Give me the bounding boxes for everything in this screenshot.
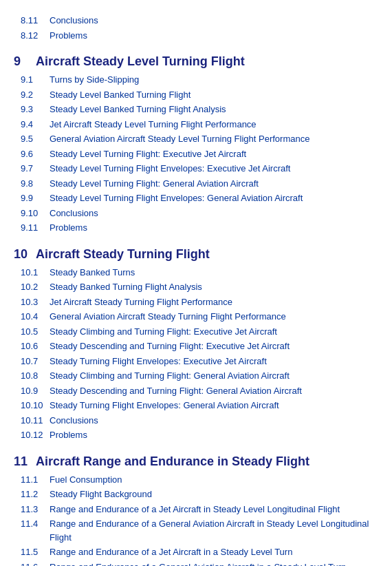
entry-num: 9.3 bbox=[21, 103, 47, 116]
entry-text: Problems bbox=[50, 221, 87, 235]
entry-text: Steady Level Banked Turning Flight bbox=[50, 88, 190, 102]
entry-text: Range and Endurance of a General Aviatio… bbox=[50, 517, 378, 544]
entry-text: Steady Climbing and Turning Flight: Gene… bbox=[50, 369, 290, 383]
toc-entry: 10.12Problems bbox=[14, 428, 378, 442]
toc-entry: 11.4Range and Endurance of a General Avi… bbox=[14, 517, 378, 544]
entry-text: Steady Banked Turns bbox=[50, 266, 135, 280]
entry-num: 9.6 bbox=[21, 147, 47, 161]
toc-entry: 9.4Jet Aircraft Steady Level Turning Fli… bbox=[14, 118, 378, 132]
entry-num: 9.4 bbox=[21, 118, 47, 132]
entry-num: 11.3 bbox=[21, 503, 47, 516]
entry-num: 9.10 bbox=[21, 207, 47, 220]
entry-num: 10.12 bbox=[21, 428, 47, 442]
entry-num: 11.1 bbox=[21, 473, 47, 487]
section-header-10: 10Aircraft Steady Turning Flight bbox=[14, 247, 378, 262]
section-10: 10Aircraft Steady Turning Flight10.1Stea… bbox=[14, 247, 378, 442]
entry-text: Range and Endurance of a Jet Aircraft in… bbox=[50, 503, 340, 516]
entry-text: General Aviation Aircraft Steady Turning… bbox=[50, 310, 286, 324]
entry-text: Fuel Consumption bbox=[50, 473, 122, 487]
entry-text: Steady Turning Flight Envelopes: Executi… bbox=[50, 355, 267, 368]
toc-entry: 9.6Steady Level Turning Flight: Executiv… bbox=[14, 147, 378, 161]
entry-text: Steady Level Turning Flight Envelopes: E… bbox=[50, 162, 290, 176]
entry-text: General Aviation Aircraft Steady Level T… bbox=[50, 132, 309, 146]
toc-entry: 9.11Problems bbox=[14, 221, 378, 235]
toc-entry: 10.8Steady Climbing and Turning Flight: … bbox=[14, 369, 378, 383]
entry-text: Steady Level Turning Flight: General Avi… bbox=[50, 177, 259, 191]
entry-num: 9.2 bbox=[21, 88, 47, 102]
toc-entry: 10.1Steady Banked Turns bbox=[14, 266, 378, 280]
entry-text: Turns by Side-Slipping bbox=[50, 73, 139, 87]
toc-container: 8.11Conclusions8.12Problems9Aircraft Ste… bbox=[14, 14, 378, 566]
entry-text: Steady Flight Background bbox=[50, 488, 152, 501]
toc-entry: 9.5General Aviation Aircraft Steady Leve… bbox=[14, 132, 378, 146]
entry-num: 9.7 bbox=[21, 162, 47, 176]
section-number: 9 bbox=[14, 54, 30, 69]
entry-num: 10.4 bbox=[21, 310, 47, 324]
entry-num: 10.1 bbox=[21, 266, 47, 280]
entry-text: Problems bbox=[50, 29, 87, 43]
top-entries: 8.11Conclusions8.12Problems bbox=[14, 14, 378, 42]
entry-num: 10.9 bbox=[21, 384, 47, 398]
entry-text: Steady Climbing and Turning Flight: Exec… bbox=[50, 325, 277, 339]
entry-num: 11.6 bbox=[21, 560, 47, 567]
toc-entry: 10.3Jet Aircraft Steady Turning Flight P… bbox=[14, 295, 378, 309]
entry-num: 8.12 bbox=[21, 29, 47, 43]
section-number: 11 bbox=[14, 454, 30, 469]
entry-text: Conclusions bbox=[50, 207, 98, 220]
entry-num: 10.11 bbox=[21, 414, 47, 428]
toc-entry: 11.2Steady Flight Background bbox=[14, 488, 378, 501]
toc-entry: 9.3Steady Level Banked Turning Flight An… bbox=[14, 103, 378, 116]
toc-entry: 9.2Steady Level Banked Turning Flight bbox=[14, 88, 378, 102]
toc-entry: 9.8Steady Level Turning Flight: General … bbox=[14, 177, 378, 191]
entry-text: Range and Endurance of a General Aviatio… bbox=[50, 560, 346, 567]
entry-num: 9.1 bbox=[21, 73, 47, 87]
section-number: 10 bbox=[14, 247, 30, 262]
toc-entry: 9.7Steady Level Turning Flight Envelopes… bbox=[14, 162, 378, 176]
entry-num: 9.5 bbox=[21, 132, 47, 146]
toc-entry: 10.9Steady Descending and Turning Flight… bbox=[14, 384, 378, 398]
entry-text: Steady Descending and Turning Flight: Ex… bbox=[50, 339, 290, 353]
entry-num: 10.5 bbox=[21, 325, 47, 339]
entry-text: Steady Level Banked Turning Flight Analy… bbox=[50, 103, 226, 116]
toc-entry: 8.12Problems bbox=[14, 29, 378, 43]
entry-num: 10.3 bbox=[21, 295, 47, 309]
section-9: 9Aircraft Steady Level Turning Flight9.1… bbox=[14, 54, 378, 235]
entry-text: Jet Aircraft Steady Turning Flight Perfo… bbox=[50, 295, 232, 309]
toc-entry: 10.6Steady Descending and Turning Flight… bbox=[14, 339, 378, 353]
entry-num: 10.6 bbox=[21, 339, 47, 353]
entry-text: Jet Aircraft Steady Level Turning Flight… bbox=[50, 118, 257, 132]
section-header-11: 11Aircraft Range and Endurance in Steady… bbox=[14, 454, 378, 469]
entry-num: 9.11 bbox=[21, 221, 47, 235]
toc-entry: 9.9Steady Level Turning Flight Envelopes… bbox=[14, 191, 378, 205]
toc-entry: 11.6Range and Endurance of a General Avi… bbox=[14, 560, 378, 567]
entry-text: Range and Endurance of a Jet Aircraft in… bbox=[50, 545, 292, 559]
section-title: Aircraft Steady Level Turning Flight bbox=[36, 54, 245, 69]
toc-entry: 11.3Range and Endurance of a Jet Aircraf… bbox=[14, 503, 378, 516]
entry-text: Conclusions bbox=[50, 14, 98, 28]
toc-entry: 9.1Turns by Side-Slipping bbox=[14, 73, 378, 87]
entry-text: Steady Descending and Turning Flight: Ge… bbox=[50, 384, 302, 398]
entry-num: 9.9 bbox=[21, 191, 47, 205]
entry-num: 9.8 bbox=[21, 177, 47, 191]
toc-entry: 8.11Conclusions bbox=[14, 14, 378, 28]
entry-num: 11.5 bbox=[21, 545, 47, 559]
section-11: 11Aircraft Range and Endurance in Steady… bbox=[14, 454, 378, 567]
toc-entry: 11.1Fuel Consumption bbox=[14, 473, 378, 487]
entry-text: Steady Turning Flight Envelopes: General… bbox=[50, 399, 279, 412]
entry-text: Problems bbox=[50, 428, 87, 442]
toc-entry: 10.11Conclusions bbox=[14, 414, 378, 428]
entry-num: 11.4 bbox=[21, 517, 47, 544]
toc-entry: 10.7Steady Turning Flight Envelopes: Exe… bbox=[14, 355, 378, 368]
entry-num: 8.11 bbox=[21, 14, 47, 28]
section-title: Aircraft Range and Endurance in Steady F… bbox=[36, 454, 309, 469]
entry-num: 10.7 bbox=[21, 355, 47, 368]
entry-num: 10.10 bbox=[21, 399, 47, 412]
entry-num: 11.2 bbox=[21, 488, 47, 501]
toc-entry: 10.10Steady Turning Flight Envelopes: Ge… bbox=[14, 399, 378, 412]
entry-text: Steady Level Turning Flight Envelopes: G… bbox=[50, 191, 303, 205]
section-title: Aircraft Steady Turning Flight bbox=[36, 247, 210, 262]
entry-num: 10.2 bbox=[21, 280, 47, 294]
toc-entry: 9.10Conclusions bbox=[14, 207, 378, 220]
section-header-9: 9Aircraft Steady Level Turning Flight bbox=[14, 54, 378, 69]
toc-entry: 10.4General Aviation Aircraft Steady Tur… bbox=[14, 310, 378, 324]
